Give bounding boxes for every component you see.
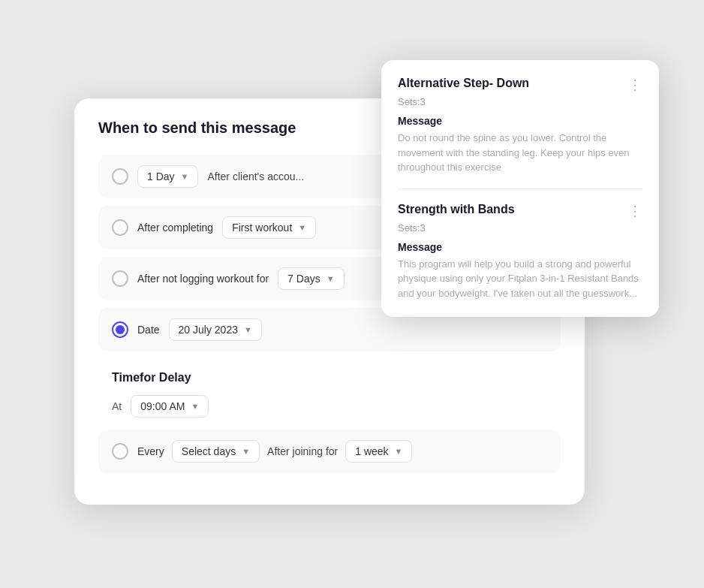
overlay-item-1-message-label: Message: [398, 115, 642, 127]
overlay-item-1: Alternative Step- Down ⋮ Sets:3 Message …: [398, 77, 642, 189]
overlay-item-2-message-label: Message: [398, 241, 642, 253]
dropdown-1week-arrow: ▼: [395, 447, 403, 456]
overlay-item-1-header: Alternative Step- Down ⋮: [398, 77, 642, 93]
overlay-item-1-message-text: Do not round the spine as you lower. Con…: [398, 131, 642, 175]
after-joining-label: After joining for: [267, 445, 338, 457]
dropdown-date-value: 20 July 2023: [179, 324, 238, 336]
dropdown-time[interactable]: 09:00 AM ▼: [131, 395, 209, 418]
time-section-title: Timefor Delay: [112, 371, 547, 384]
dropdown-1week[interactable]: 1 week ▼: [345, 440, 412, 463]
overlay-item-2-title: Strength with Bands: [398, 203, 515, 216]
date-label: Date: [137, 324, 160, 336]
dropdown-1day-arrow: ▼: [181, 172, 189, 181]
more-options-icon-1[interactable]: ⋮: [628, 77, 642, 93]
dropdown-first-workout-arrow: ▼: [298, 223, 306, 232]
dropdown-1day-value: 1 Day: [147, 170, 175, 182]
overlay-item-2-message-text: This program will help you build a stron…: [398, 257, 642, 301]
radio-date-inner: [116, 325, 125, 334]
time-section: Timefor Delay At 09:00 AM ▼: [98, 359, 561, 418]
after-completing-label: After completing: [137, 222, 213, 234]
overlay-item-2: Strength with Bands ⋮ Sets:3 Message Thi…: [398, 203, 642, 301]
dropdown-1day[interactable]: 1 Day ▼: [137, 165, 198, 188]
not-logging-label: After not logging workout for: [137, 273, 269, 285]
dropdown-select-days[interactable]: Select days ▼: [172, 440, 260, 463]
dropdown-7days-value: 7 Days: [287, 273, 320, 285]
overlay-item-2-subtitle: Sets:3: [398, 222, 642, 234]
card-title: When to send this message: [98, 119, 296, 137]
overlay-item-1-title: Alternative Step- Down: [398, 77, 529, 90]
radio-not-logging[interactable]: [112, 270, 128, 287]
dropdown-first-workout-value: First workout: [232, 222, 292, 234]
every-row-extra: Every Select days ▼ After joining for 1 …: [137, 440, 412, 463]
dropdown-7days[interactable]: 7 Days ▼: [278, 267, 344, 290]
dropdown-first-workout[interactable]: First workout ▼: [222, 216, 316, 239]
dropdown-select-days-arrow: ▼: [242, 447, 250, 456]
radio-every[interactable]: [112, 443, 128, 460]
overlay-item-2-header: Strength with Bands ⋮: [398, 203, 642, 219]
radio-after-completing[interactable]: [112, 219, 128, 236]
radio-1day[interactable]: [112, 168, 128, 185]
overlay-card: Alternative Step- Down ⋮ Sets:3 Message …: [381, 60, 659, 317]
dropdown-select-days-value: Select days: [182, 445, 236, 457]
dropdown-date[interactable]: 20 July 2023 ▼: [169, 318, 262, 341]
dropdown-date-arrow: ▼: [244, 325, 252, 334]
time-row: At 09:00 AM ▼: [112, 395, 547, 418]
every-label: Every: [137, 445, 164, 457]
dropdown-7days-arrow: ▼: [326, 274, 335, 283]
overlay-item-1-subtitle: Sets:3: [398, 96, 642, 107]
radio-date[interactable]: [112, 321, 128, 338]
dropdown-time-value: 09:00 AM: [140, 400, 185, 412]
option-row-every: Every Select days ▼ After joining for 1 …: [98, 430, 561, 473]
option-1day-after-text: After client's accou...: [207, 170, 304, 182]
dropdown-1week-value: 1 week: [355, 445, 388, 457]
at-label: At: [112, 400, 122, 412]
more-options-icon-2[interactable]: ⋮: [628, 203, 642, 219]
dropdown-time-arrow: ▼: [191, 402, 199, 411]
